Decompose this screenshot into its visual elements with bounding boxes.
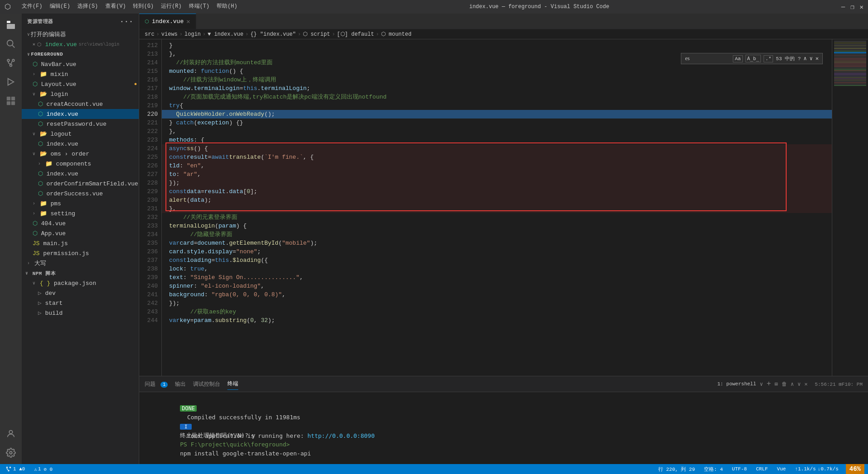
terminal-shell-selector[interactable]: 1: powershell xyxy=(717,381,756,387)
foreground-root[interactable]: ∨ FOREGROUND xyxy=(22,49,139,59)
terminal-shell-dropdown[interactable]: ∨ xyxy=(760,381,763,388)
vue-icon-create: ⬡ xyxy=(38,100,47,108)
search-activity-icon[interactable] xyxy=(3,36,19,52)
maximize-button[interactable]: ❐ xyxy=(850,3,854,11)
minimize-button[interactable]: — xyxy=(841,3,845,11)
terminal-up-icon[interactable]: ∧ xyxy=(791,381,794,388)
bc-mounted[interactable]: ⬡ mounted xyxy=(381,31,412,38)
line-ending-status[interactable]: CRLF xyxy=(754,464,769,474)
search-regex-icon[interactable]: .* xyxy=(764,55,773,62)
tree-npm-start[interactable]: ▷ start xyxy=(22,298,139,308)
errors-count: 1 xyxy=(38,466,41,472)
zoom-status[interactable]: 46% xyxy=(846,464,864,474)
bc-indexvue-obj[interactable]: {} "index.vue" xyxy=(250,31,296,38)
sidebar-header: 资源管理器 ··· xyxy=(22,14,139,29)
language-text: Vue xyxy=(777,466,786,472)
tab-index-vue[interactable]: ⬡ index.vue ✕ xyxy=(139,14,196,29)
bc-default[interactable]: [⬡] default xyxy=(337,31,374,38)
tab-output[interactable]: 输出 xyxy=(175,379,186,390)
language-status[interactable]: Vue xyxy=(775,464,788,474)
tree-appvue[interactable]: ⬡ App.vue xyxy=(22,228,139,238)
menu-help[interactable]: 帮助(H) xyxy=(217,2,237,11)
tab-terminal[interactable]: 终端 xyxy=(227,378,238,390)
open-editors-section[interactable]: ∨ 打开的编辑器 xyxy=(22,29,139,39)
code-content[interactable]: } }, //封装好的方法挂载到mounted里面 mounted: funct… xyxy=(162,39,832,376)
tree-mainjs[interactable]: JS main.js xyxy=(22,238,139,248)
terminal-down-icon[interactable]: ∨ xyxy=(797,381,801,388)
bc-file[interactable]: ▼ index.vue xyxy=(208,31,243,38)
tab-debug-console[interactable]: 调试控制台 xyxy=(193,379,220,390)
menu-edit[interactable]: 编辑(E) xyxy=(50,2,71,11)
window-controls[interactable]: — ❐ ✕ xyxy=(841,3,863,11)
npm-scripts-section[interactable]: ∨ NPM 脚本 xyxy=(22,268,139,278)
tree-mixin[interactable]: › 📁 mixin xyxy=(22,69,139,79)
tree-logout-folder[interactable]: ∨ 📂 logout xyxy=(22,129,139,139)
menu-view[interactable]: 查看(V) xyxy=(105,2,126,11)
terminal-new-icon[interactable]: + xyxy=(767,380,771,388)
settings-activity-icon[interactable] xyxy=(3,445,19,460)
tree-creataccount[interactable]: ⬡ creatAccount.vue xyxy=(22,99,139,109)
bc-login[interactable]: login xyxy=(184,31,201,38)
term-cursor: █ xyxy=(311,450,314,457)
tree-navbar[interactable]: ⬡ NavBar.vue xyxy=(22,59,139,69)
tab-problems[interactable]: 问题 1 xyxy=(145,379,168,390)
tree-packagejson[interactable]: ∨ { } package.json xyxy=(22,278,139,288)
errors-status[interactable]: ⚠ 1 ⊘ 0 xyxy=(32,464,54,474)
tree-npm-dev[interactable]: ▷ dev xyxy=(22,288,139,298)
tree-oms-index[interactable]: ⬡ index.vue xyxy=(22,169,139,179)
tree-orderconfirm[interactable]: ⬡ orderConfirmSmartField.vue xyxy=(22,179,139,189)
tab-close-icon[interactable]: ✕ xyxy=(186,18,190,25)
terminal-trash-icon[interactable]: 🗑 xyxy=(782,381,787,388)
bc-script[interactable]: ⬡ script xyxy=(303,31,330,38)
tree-layout[interactable]: ⬡ Layout.vue ● xyxy=(22,79,139,89)
git-branch-status[interactable]: 1 ▲0 xyxy=(4,464,27,474)
tree-login-folder[interactable]: ∨ 📂 login xyxy=(22,89,139,99)
menu-file[interactable]: 文件(F) xyxy=(22,2,42,11)
menu-terminal[interactable]: 终端(T) xyxy=(189,2,210,11)
terminal-close-icon[interactable]: ✕ xyxy=(804,381,807,388)
tree-permissionjs[interactable]: JS permission.js xyxy=(22,248,139,258)
encoding-status[interactable]: UTF-8 xyxy=(730,464,749,474)
terminal-body[interactable]: DONE Compiled successfully in 11981ms I … xyxy=(139,392,868,464)
tree-components[interactable]: › 📁 components xyxy=(22,159,139,169)
menu-run[interactable]: 运行(R) xyxy=(161,2,182,11)
tree-setting-label: setting xyxy=(51,210,75,217)
tree-oms-folder[interactable]: ∨ 📂 oms › order xyxy=(22,149,139,159)
source-control-activity-icon[interactable] xyxy=(3,55,19,71)
extensions-activity-icon[interactable] xyxy=(3,93,19,109)
cursor-position-status[interactable]: 行 220, 列 29 xyxy=(656,464,697,474)
terminal-split-icon[interactable]: ⊞ xyxy=(774,381,778,388)
search-close-icon[interactable]: ✕ xyxy=(816,55,819,62)
sidebar-more-icon[interactable]: ··· xyxy=(120,18,133,26)
tree-ordersuccess[interactable]: ⬡ orderSuccess.vue xyxy=(22,189,139,199)
terminal-controls: 1: powershell ∨ + ⊞ 🗑 ∧ ∨ ✕ 5:56:21 ⊞F10… xyxy=(717,380,863,388)
bc-views[interactable]: views xyxy=(161,31,178,38)
search-prev-icon[interactable]: ∧ xyxy=(803,55,807,62)
search-case-icon[interactable]: Aa xyxy=(733,55,742,62)
tree-bigcase[interactable]: › 大写 xyxy=(22,258,139,268)
menu-select[interactable]: 选择(S) xyxy=(77,2,98,11)
vue-icon-orderconfirm: ⬡ xyxy=(38,180,47,187)
explorer-activity-icon[interactable] xyxy=(3,17,19,33)
tree-resetpassword[interactable]: ⬡ resetPassword.vue xyxy=(22,119,139,129)
search-word-icon[interactable]: A̲b̲ xyxy=(745,55,761,62)
account-activity-icon[interactable] xyxy=(3,426,19,441)
search-input[interactable] xyxy=(685,55,730,62)
vscode-logo[interactable]: ⬡ xyxy=(5,2,11,11)
tree-setting[interactable]: › 📁 setting xyxy=(22,209,139,218)
tree-404[interactable]: ⬡ 404.vue xyxy=(22,218,139,228)
indentation-status[interactable]: 空格: 4 xyxy=(702,464,725,474)
debug-activity-icon[interactable] xyxy=(3,74,19,90)
tree-logout-index[interactable]: ⬡ index.vue xyxy=(22,139,139,149)
tree-index-vue[interactable]: ⬡ index.vue xyxy=(22,109,139,119)
tree-pms[interactable]: › 📁 pms xyxy=(22,199,139,209)
menu-goto[interactable]: 转到(G) xyxy=(133,2,154,11)
tree-npm-build[interactable]: ▷ build xyxy=(22,308,139,318)
file-close-icon[interactable]: ✕ xyxy=(33,42,35,47)
foreground-arrow: ∨ xyxy=(27,52,30,57)
menu-bar[interactable]: ⬡ 文件(F) 编辑(E) 选择(S) 查看(V) 转到(G) 运行(R) 终端… xyxy=(5,2,237,11)
open-file-index-vue[interactable]: ✕ ⬡ index.vue src\views\login xyxy=(22,39,139,49)
search-next-icon[interactable]: ∨ xyxy=(810,55,813,62)
close-button[interactable]: ✕ xyxy=(860,3,863,11)
bc-src[interactable]: src xyxy=(145,31,155,38)
